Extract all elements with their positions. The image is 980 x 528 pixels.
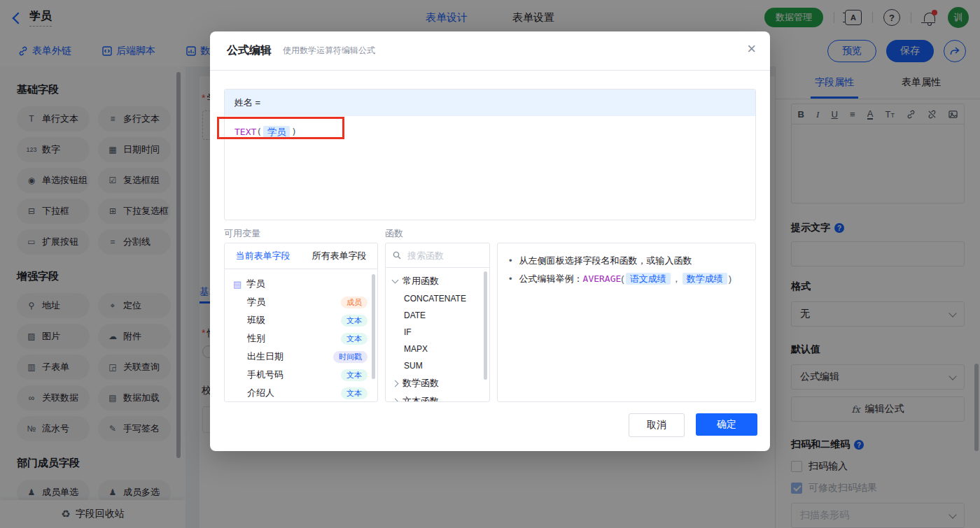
modal-subtitle: 使用数学运算符编辑公式 [283,45,375,57]
type-badge: 文本 [341,315,368,327]
variable-row[interactable]: 手机号码文本 [225,366,377,384]
type-badge: 成员 [341,297,368,308]
variable-row[interactable]: 性别文本 [225,329,377,348]
type-badge: 文本 [341,333,368,345]
function-item[interactable]: IF [386,324,489,341]
function-item[interactable]: DATE [386,307,489,324]
tab-current-form-fields[interactable]: 当前表单字段 [236,250,290,262]
function-group-common[interactable]: 常用函数 [386,272,489,290]
variables-tabs: 当前表单字段 所有表单字段 [225,243,377,269]
type-badge: 文本 [341,369,368,381]
help-tip-2: 公式编辑举例：AVERAGE(语文成绩，数学成绩) [509,270,744,288]
function-group-label: 文本函数 [402,395,439,402]
formula-edit-modal: 公式编辑 使用数学运算符编辑公式 × 姓名 = TEXT(学员) 可用变量 函数… [210,31,770,451]
modal-footer: 取消 确定 [629,413,757,437]
function-search[interactable] [386,243,489,268]
modal-title: 公式编辑 [227,43,272,58]
variables-tree: ▤ 学员 学员成员 班级文本 性别文本 出生日期时间戳 手机号码文本 介绍人文本 [225,269,377,402]
function-group-text[interactable]: 文本函数 [386,392,489,402]
modal-header: 公式编辑 使用数学运算符编辑公式 [210,31,770,71]
example-field-chip: 数学成绩 [682,273,727,285]
example-field-chip: 语文成绩 [626,273,671,285]
tree-root-form[interactable]: ▤ 学员 [225,275,377,293]
help-content: 从左侧面板选择字段名和函数，或输入函数 公式编辑举例：AVERAGE(语文成绩，… [498,243,755,297]
function-item[interactable]: CONCATENATE [386,290,489,307]
chevron-right-icon [392,398,399,402]
variable-name: 性别 [247,332,265,345]
chevron-down-icon [392,277,399,284]
form-designer-app: 学员 表单设计 表单设置 数据管理 A ? 训 表单外链 [0,0,980,528]
help-tip-1: 从左侧面板选择字段名和函数，或输入函数 [509,252,744,270]
open-paren: ( [621,273,624,284]
variable-row[interactable]: 班级文本 [225,311,377,329]
variable-row[interactable]: 出生日期时间戳 [225,348,377,366]
variable-name: 学员 [247,296,265,308]
help-example-prefix: 公式编辑举例： [519,273,583,284]
variables-scrollbar[interactable] [372,274,375,379]
function-item[interactable]: SUM [386,357,489,374]
cancel-button[interactable]: 取消 [629,413,685,437]
chevron-right-icon [392,380,399,387]
tree-root-label: 学员 [246,278,265,290]
functions-panel: 常用函数 CONCATENATE DATE IF MAPX SUM 数学函数 文… [385,243,490,402]
search-icon [393,251,401,259]
confirm-button[interactable]: 确定 [696,413,757,436]
function-group-label: 数学函数 [402,377,439,390]
variable-row[interactable]: 介绍人文本 [225,384,377,402]
help-panel: 从左侧面板选择字段名和函数，或输入函数 公式编辑举例：AVERAGE(语文成绩，… [497,243,756,402]
type-badge: 时间戳 [333,351,368,363]
formula-editor-box[interactable]: 姓名 = TEXT(学员) [224,89,756,220]
variable-name: 手机号码 [247,369,284,381]
variable-name: 出生日期 [247,350,284,363]
variables-panel: 当前表单字段 所有表单字段 ▤ 学员 学员成员 班级文本 性别文本 出生日期时间… [224,243,378,402]
form-doc-icon: ▤ [233,280,241,289]
function-group-math[interactable]: 数学函数 [386,374,489,392]
variable-name: 班级 [247,314,265,327]
function-item[interactable]: MAPX [386,341,489,357]
type-badge: 文本 [341,387,368,399]
annotation-highlight-rect [217,117,344,139]
variable-row[interactable]: 学员成员 [225,293,377,311]
example-function-name: AVERAGE [583,273,622,284]
functions-scrollbar[interactable] [484,271,487,380]
function-group-label: 常用函数 [402,275,439,287]
function-search-input[interactable] [406,250,479,262]
functions-label: 函数 [385,227,403,240]
variable-name: 介绍人 [247,387,274,399]
close-paren: ) [729,273,732,284]
variables-label: 可用变量 [224,227,260,240]
close-icon[interactable]: × [747,41,756,57]
comma: ， [672,273,681,284]
tab-all-form-fields[interactable]: 所有表单字段 [312,250,367,262]
formula-target: 姓名 = [225,90,755,116]
